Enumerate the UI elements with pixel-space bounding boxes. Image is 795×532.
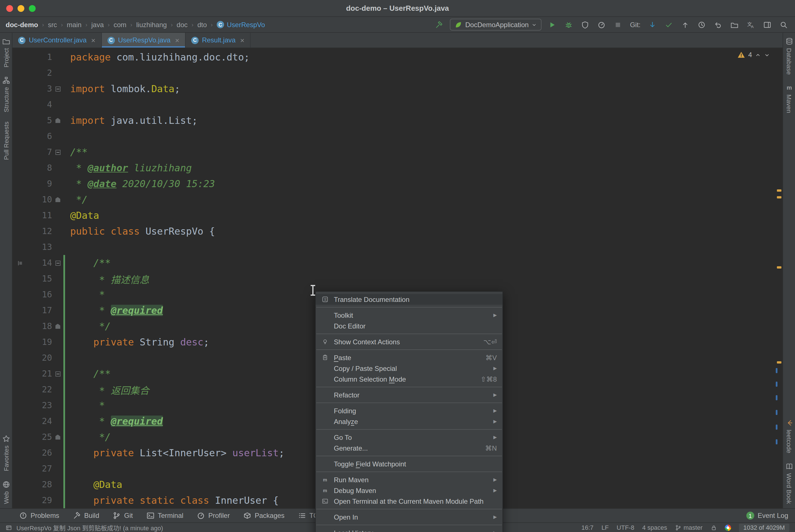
line-number[interactable]: 9 xyxy=(27,179,52,189)
toolwindow-toggle-icon[interactable] xyxy=(6,525,12,531)
run-button[interactable] xyxy=(547,19,558,30)
menu-item-refactor[interactable]: Refactor▶ xyxy=(316,390,503,400)
error-stripe[interactable] xyxy=(775,48,782,508)
menu-item-toggle-field-watchpoint[interactable]: Toggle Field Watchpoint xyxy=(316,458,503,469)
tool-stripe-structure[interactable]: Structure xyxy=(2,77,10,113)
close-tab-button[interactable]: × xyxy=(91,36,95,44)
profiler-button[interactable] xyxy=(596,19,608,30)
tool-stripe-web[interactable]: Web xyxy=(2,480,10,504)
breadcrumb-item-dto[interactable]: dto xyxy=(198,21,207,28)
toolwindow-button-terminal[interactable]: Terminal xyxy=(146,512,183,519)
menu-item-open-terminal-at-the-current-maven-module-path[interactable]: Open Terminal at the Current Maven Modul… xyxy=(316,496,503,507)
code-line[interactable]: 12public class UserRespVo { xyxy=(13,223,782,239)
tool-stripe-maven[interactable]: mMaven xyxy=(785,84,793,113)
commit-button[interactable] xyxy=(663,19,674,30)
line-number[interactable]: 26 xyxy=(27,448,52,458)
warning-stripe-mark[interactable] xyxy=(777,361,781,363)
menu-item-doc-editor[interactable]: Doc Editor xyxy=(316,321,503,331)
editor-tab-usercontroller-java[interactable]: CUserController.java× xyxy=(13,33,102,48)
change-stripe-mark[interactable] xyxy=(776,382,777,387)
push-button[interactable] xyxy=(680,19,691,30)
menu-item-folding[interactable]: Folding▶ xyxy=(316,405,503,416)
code-line[interactable]: 6 xyxy=(13,128,782,144)
toolwindow-button-build[interactable]: Build xyxy=(73,512,99,519)
menu-item-open-in[interactable]: Open In▶ xyxy=(316,512,503,522)
line-number[interactable]: 21 xyxy=(27,368,52,379)
change-stripe-mark[interactable] xyxy=(776,410,777,415)
fold-collapse-icon[interactable] xyxy=(55,371,60,376)
run-config-select[interactable]: DocDemoApplication xyxy=(450,19,542,31)
tool-stripe-leetcode[interactable]: leetcode xyxy=(785,419,793,453)
code-line[interactable]: 8 * @author liuzhihang xyxy=(13,160,782,176)
prev-problem-button[interactable] xyxy=(755,52,761,58)
tool-stripe-project[interactable]: Project xyxy=(2,37,10,68)
minimize-window-button[interactable] xyxy=(18,5,24,12)
menu-item-toolkit[interactable]: Toolkit▶ xyxy=(316,310,503,321)
breadcrumb-item-doc[interactable]: doc xyxy=(177,21,187,28)
line-number[interactable]: 8 xyxy=(27,163,52,173)
line-number[interactable]: 18 xyxy=(27,321,52,331)
gutter-marker-icon[interactable] xyxy=(17,260,23,266)
line-number[interactable]: 22 xyxy=(27,384,52,395)
breadcrumb-item-java[interactable]: java xyxy=(91,21,104,28)
rollback-button[interactable] xyxy=(712,19,724,30)
line-number[interactable]: 3 xyxy=(27,84,52,94)
line-number[interactable]: 1 xyxy=(27,52,52,62)
line-number[interactable]: 19 xyxy=(27,337,52,347)
code-line[interactable]: 3import lombok.Data; xyxy=(13,81,782,97)
editor-tab-userrespvo-java[interactable]: CUserRespVo.java× xyxy=(102,33,186,48)
code-line[interactable]: 7/** xyxy=(13,144,782,160)
line-number[interactable]: 28 xyxy=(27,479,52,490)
code-line[interactable]: 1package com.liuzhihang.doc.dto; xyxy=(13,49,782,65)
fold-end-icon[interactable] xyxy=(55,118,60,123)
line-number[interactable]: 24 xyxy=(27,416,52,426)
code-line[interactable]: 5import java.util.List; xyxy=(13,113,782,128)
change-stripe-mark[interactable] xyxy=(776,368,777,373)
breadcrumb-file[interactable]: CUserRespVo xyxy=(217,21,265,28)
toolwindow-button-problems[interactable]: Problems xyxy=(19,512,59,519)
line-number[interactable]: 6 xyxy=(27,131,52,141)
close-tab-button[interactable]: × xyxy=(175,36,179,44)
fold-collapse-icon[interactable] xyxy=(55,86,60,91)
local-history-button[interactable] xyxy=(696,19,707,30)
fold-collapse-icon[interactable] xyxy=(55,260,60,265)
warning-stripe-mark[interactable] xyxy=(777,189,781,192)
code-line[interactable]: 10 */ xyxy=(13,192,782,208)
shelve-button[interactable] xyxy=(729,19,740,30)
debug-button[interactable] xyxy=(563,19,575,30)
git-branch-widget[interactable]: master xyxy=(675,524,703,531)
line-number[interactable]: 4 xyxy=(27,99,52,110)
line-ending[interactable]: LF xyxy=(601,524,609,531)
close-window-button[interactable] xyxy=(6,5,13,12)
code-line[interactable]: 11@Data xyxy=(13,208,782,223)
line-number[interactable]: 23 xyxy=(27,400,52,411)
tool-stripe-word-book[interactable]: Word Book xyxy=(785,462,793,504)
code-line[interactable]: 15 * 描述信息 xyxy=(13,271,782,287)
toolwindow-button-packages[interactable]: Packages xyxy=(243,512,284,519)
lock-icon[interactable] xyxy=(710,525,717,531)
warning-stripe-mark[interactable] xyxy=(777,266,781,268)
toolwindow-button-git[interactable]: Git xyxy=(113,512,133,519)
line-number[interactable]: 7 xyxy=(27,147,52,157)
line-number[interactable]: 16 xyxy=(27,289,52,300)
tool-stripe-favorites[interactable]: Favorites xyxy=(2,435,10,472)
memory-indicator[interactable]: 1032 of 4029M xyxy=(739,523,789,532)
file-encoding[interactable]: UTF-8 xyxy=(617,524,634,531)
change-stripe-mark[interactable] xyxy=(776,395,777,400)
menu-item-translate-documentation[interactable]: 文Translate Documentation xyxy=(316,294,503,305)
menu-item-copy-paste-special[interactable]: Copy / Paste Special▶ xyxy=(316,363,503,374)
menu-item-paste[interactable]: Paste⌘V xyxy=(316,352,503,363)
line-number[interactable]: 11 xyxy=(27,210,52,221)
line-number[interactable]: 2 xyxy=(27,68,52,78)
update-project-button[interactable] xyxy=(647,19,658,30)
change-stripe-mark[interactable] xyxy=(776,439,777,444)
warning-stripe-mark[interactable] xyxy=(777,196,781,198)
editor-tab-result-java[interactable]: CResult.java× xyxy=(186,33,251,48)
line-number[interactable]: 20 xyxy=(27,353,52,363)
line-number[interactable]: 29 xyxy=(27,495,52,506)
stop-button[interactable] xyxy=(613,19,624,30)
menu-item-generate[interactable]: Generate...⌘N xyxy=(316,443,503,453)
caret-position[interactable]: 16:7 xyxy=(581,524,594,531)
code-line[interactable]: 13 xyxy=(13,239,782,255)
breadcrumb-item-doc-demo[interactable]: doc-demo xyxy=(6,21,38,28)
